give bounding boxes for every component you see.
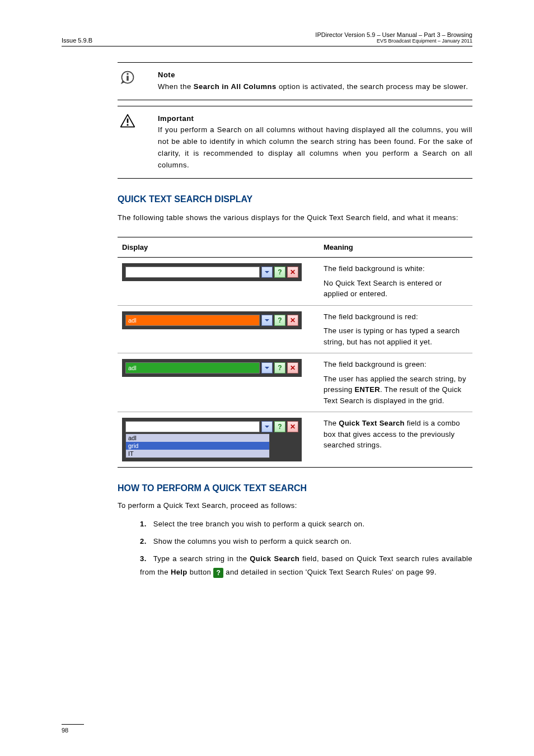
note-text-before: When the	[158, 82, 194, 91]
dropdown-item: IT	[126, 450, 269, 458]
note-text-after: option is activated, the search process …	[277, 82, 469, 91]
warning-icon	[118, 113, 138, 171]
chevron-down-icon	[261, 362, 273, 374]
header-right: IPDirector Version 5.9 – User Manual – P…	[315, 31, 472, 44]
warning-body: Important If you perform a Search on all…	[158, 113, 472, 171]
step-text: Select the tree branch you wish to perfo…	[153, 520, 365, 528]
chevron-down-icon	[261, 267, 273, 278]
svg-rect-2	[127, 76, 129, 81]
note-callout: Note When the Search in All Columns opti…	[118, 62, 472, 100]
note-body: Note When the Search in All Columns opti…	[158, 69, 472, 93]
page-number: 98	[62, 724, 84, 734]
section2-lead: To perform a Quick Text Search, proceed …	[118, 501, 472, 510]
search-field	[125, 421, 260, 432]
note-bold: Search in All Columns	[194, 82, 277, 91]
meaning-cell: The field background is green: The user …	[319, 353, 472, 412]
help-icon: ?	[274, 267, 285, 278]
meaning-line2: No Quick Text Search is entered or appli…	[324, 278, 468, 300]
meaning-line1: The field background is white:	[324, 263, 468, 274]
step-text-c: button	[188, 568, 214, 576]
col-header-display: Display	[118, 237, 319, 258]
search-mock-red: adl ? ✕	[122, 311, 302, 329]
step-text-a: Type a search string in the	[153, 554, 250, 563]
search-mock-green: adl ? ✕	[122, 359, 302, 377]
header-title: IPDirector Version 5.9 – User Manual – P…	[315, 31, 472, 38]
search-field: adl	[125, 315, 260, 326]
meaning-cell: The Quick Text Search field is a combo b…	[319, 412, 472, 468]
meaning-line1: The field background is red:	[324, 311, 468, 323]
help-icon: ?	[274, 421, 285, 432]
note-icon	[118, 69, 138, 93]
step-text-d: and detailed in section 'Quick Text Sear…	[223, 568, 437, 576]
table-row: adl ? ✕ The field background is green: T…	[118, 353, 472, 412]
table-row: adl ? ✕ The field background is red: The…	[118, 305, 472, 353]
step-number: 2.	[140, 537, 147, 545]
step-text: Show the columns you wish to perform a q…	[153, 537, 352, 545]
warning-text: If you perform a Search on all columns w…	[158, 125, 472, 169]
warning-title: Important	[158, 114, 194, 123]
dropdown-item: adl	[126, 434, 269, 442]
help-icon: ?	[274, 362, 285, 374]
section1-intro: The following table shows the various di…	[118, 212, 472, 224]
search-field	[125, 267, 260, 278]
step-bold1: Quick Search	[250, 554, 299, 563]
svg-rect-3	[127, 118, 129, 123]
col-header-meaning: Meaning	[319, 237, 472, 258]
help-icon: ?	[274, 315, 285, 326]
chevron-down-icon	[261, 315, 273, 326]
dropdown-list: adl grid IT	[125, 433, 270, 458]
search-mock-dropdown: ? ✕ adl grid IT	[122, 418, 302, 461]
search-mock-white: ? ✕	[122, 263, 302, 281]
table-row: ? ✕ The field background is white: No Qu…	[118, 258, 472, 306]
close-icon: ✕	[287, 315, 298, 326]
help-icon: ?	[213, 568, 223, 578]
table-row: ? ✕ adl grid IT The Quick Text Search fi…	[118, 412, 472, 468]
dropdown-item: grid	[126, 442, 269, 450]
header-subtitle: EVS Broadcast Equipment – January 2011	[315, 38, 472, 44]
svg-point-4	[127, 124, 128, 125]
note-title: Note	[158, 71, 175, 79]
steps-list: 1.Select the tree branch you wish to per…	[118, 517, 472, 580]
step-bold2: Help	[171, 568, 188, 576]
meaning-line2: The user has applied the search string, …	[324, 374, 468, 407]
step-number: 1.	[140, 520, 147, 528]
chevron-down-icon	[261, 421, 273, 432]
display-table: Display Meaning ? ✕	[118, 237, 472, 468]
page-header: Issue 5.9.B IPDirector Version 5.9 – Use…	[62, 31, 472, 46]
meaning-cell: The field background is red: The user is…	[319, 305, 472, 353]
close-icon: ✕	[287, 267, 298, 278]
step-number: 3.	[140, 554, 147, 563]
meaning-line1: The field background is green:	[324, 359, 468, 370]
close-icon: ✕	[287, 362, 298, 374]
header-issue: Issue 5.9.B	[62, 37, 92, 44]
section-title-display: QUICK TEXT SEARCH DISPLAY	[118, 194, 472, 204]
search-field: adl	[125, 362, 260, 374]
close-icon: ✕	[287, 421, 298, 432]
svg-point-1	[127, 73, 129, 75]
meaning-line2: The user is typing or has typed a search…	[324, 325, 468, 347]
meaning-cell: The field background is white: No Quick …	[319, 258, 472, 306]
section-title-howto: HOW TO PERFORM A QUICK TEXT SEARCH	[118, 483, 472, 493]
warning-callout: Important If you perform a Search on all…	[118, 106, 472, 179]
